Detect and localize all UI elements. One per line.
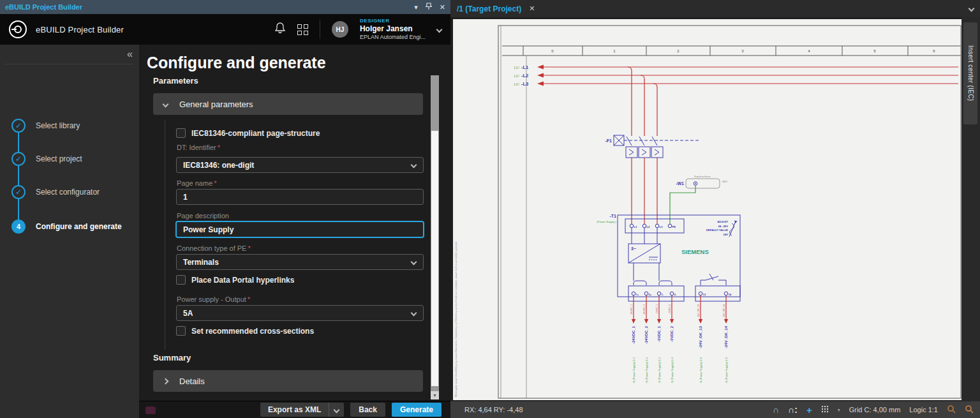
svg-text:14: 14 — [729, 293, 732, 296]
svg-text:-0VDC_1: -0VDC_1 — [657, 325, 661, 341]
avatar[interactable]: HJ — [332, 21, 348, 38]
cross-sections-checkbox-row[interactable]: Set recommended cross-sections — [176, 326, 314, 336]
power-supply-t1[interactable]: -T1 (Power Supply ) L1 L2 L3 PE 3~ — [597, 214, 740, 301]
window-menu-icon[interactable]: ▾ — [414, 4, 418, 11]
phase-bus-l2: 1.0 / -L2 — [514, 73, 958, 78]
pe-type-label: Connection type of PE* — [177, 244, 251, 252]
sidebar-item-select-configurator[interactable]: ✓ Select configurator — [11, 185, 100, 199]
stepper-sidebar: « ✓ Select library ✓ Select project ✓ Se… — [0, 45, 139, 418]
sidebar-item-select-project[interactable]: ✓ Select project — [11, 152, 82, 166]
input-value: 1 — [183, 193, 188, 202]
export-xml-button[interactable]: Export as XML — [260, 403, 344, 417]
details-section[interactable]: Details — [153, 370, 423, 392]
insert-center-strip: Insert center (IEC) — [961, 17, 980, 401]
back-button[interactable]: Back — [350, 403, 385, 417]
data-portal-checkbox[interactable] — [176, 275, 186, 285]
input-value: Power Supply — [183, 225, 234, 234]
sidebar-item-configure-generate[interactable]: 4 Configure and generate — [11, 220, 122, 234]
pin-icon[interactable] — [426, 3, 432, 11]
chevron-down-icon — [163, 101, 169, 107]
cross-sections-checkbox[interactable] — [176, 326, 186, 336]
crosshair-icon[interactable]: + — [806, 405, 812, 415]
iec-checkbox[interactable] — [176, 128, 186, 138]
svg-text:1.0 /: 1.0 / — [514, 75, 520, 78]
tab-list-chevron-icon[interactable] — [969, 6, 975, 12]
form-scrollbar-thumb[interactable] — [431, 131, 438, 386]
grid-options-chevron-icon[interactable]: ▾ — [838, 407, 840, 413]
scroll-down-arrow[interactable]: ▼ — [431, 391, 439, 399]
apps-grid-icon[interactable] — [297, 24, 308, 35]
frame-disclaimer: Weitergabe sowie Vervielfältigung dieses… — [455, 241, 457, 397]
svg-text:L3: L3 — [660, 225, 664, 228]
footer-badge — [145, 407, 156, 414]
export-options-chevron[interactable] — [329, 403, 344, 417]
svg-text:1.0 /: 1.0 / — [514, 83, 520, 86]
svg-text:PE: PE — [672, 225, 676, 228]
bell-icon[interactable] — [274, 22, 286, 37]
general-parameters-section[interactable]: General parameters — [153, 93, 423, 115]
ebuild-app-window: eBUILD Project Builder ▾ ✕ eBUILD Projec… — [0, 0, 450, 418]
schematic-viewer-panel: /1 (Target Project) ✕ 0 1 — [450, 0, 980, 418]
phase-bus-l1: 1.0 / -L1 — [514, 64, 958, 70]
pe-type-select[interactable]: Terminals — [176, 254, 424, 270]
svg-text:13: 13 — [703, 293, 706, 296]
logic-scale-indicator[interactable]: Logic 1:1 — [909, 406, 938, 414]
schematic-drawing: 0 1 2 3 4 5 6 Weitergabe sowie Vervielfä… — [453, 19, 961, 400]
grid-size-indicator[interactable]: Grid C: 4,00 mm — [849, 406, 901, 414]
cable-w1[interactable]: -W1 Kupferschiene -NET — [670, 175, 728, 225]
step-check-icon: ✓ — [11, 185, 26, 199]
power-output-select[interactable]: 5A — [176, 305, 424, 321]
object-snap-icon[interactable]: ∩: — [788, 405, 798, 414]
svg-text:-0VDC_1: -0VDC_1 — [656, 304, 658, 314]
svg-text:-24V_OK_14: -24V_OK_14 — [723, 304, 725, 318]
page-name-input[interactable]: 1 — [176, 189, 424, 205]
svg-text:4: 4 — [808, 49, 810, 53]
svg-text:/1 (Power Supply) 1.4: /1 (Power Supply) 1.4 — [671, 357, 674, 383]
section-title: Details — [179, 377, 205, 386]
step-label: Select library — [36, 121, 80, 130]
collapse-sidebar-button[interactable]: « — [127, 49, 133, 60]
zoom-area-icon[interactable] — [965, 405, 974, 415]
grid-toggle-icon[interactable] — [821, 405, 829, 414]
svg-text:-24V_OK_13: -24V_OK_13 — [699, 325, 702, 348]
step-check-icon: ✓ — [11, 119, 26, 133]
snap-icon[interactable]: ∩ — [773, 405, 779, 414]
page-description-input[interactable]: Power Supply — [176, 221, 424, 237]
action-footer: Export as XML Back Generate — [139, 401, 450, 418]
svg-text:-L3: -L3 — [521, 81, 528, 87]
iec-checkbox-row[interactable]: IEC81346-compliant page-structure — [176, 128, 320, 138]
step-check-icon: ✓ — [11, 152, 26, 166]
brand-label: SIEMENS — [681, 248, 709, 255]
close-icon[interactable]: ✕ — [440, 4, 445, 11]
svg-text:-24V_OK_14: -24V_OK_14 — [724, 325, 728, 348]
svg-text:-L2: -L2 — [521, 73, 528, 78]
sidebar-divider — [5, 64, 134, 64]
page-title: Configure and generate — [147, 54, 326, 72]
user-name: Holger Jansen — [360, 24, 426, 34]
required-marker: * — [248, 295, 250, 303]
app-header: eBUILD Project Builder HJ DESIGNER Holge… — [0, 14, 450, 45]
tab-target-project[interactable]: /1 (Target Project) ✕ — [450, 0, 541, 17]
dt-identifier-select[interactable]: IEC81346: one-digit — [176, 157, 424, 173]
circuit-breaker-f1[interactable]: -F1 — [605, 135, 699, 224]
user-menu-chevron-icon[interactable] — [436, 26, 443, 33]
step-label: Configure and generate — [36, 222, 122, 231]
generate-button[interactable]: Generate — [392, 403, 442, 417]
svg-text:/1 (Power Supply) 1.5: /1 (Power Supply) 1.5 — [699, 357, 702, 383]
insert-center-tab[interactable]: Insert center (IEC) — [963, 22, 977, 124]
data-portal-checkbox-row[interactable]: Place Data Portal hyperlinks — [176, 275, 294, 285]
schematic-canvas[interactable]: 0 1 2 3 4 5 6 Weitergabe sowie Vervielfä… — [453, 19, 961, 400]
svg-text:ADJUST: ADJUST — [717, 220, 728, 223]
sidebar-item-select-library[interactable]: ✓ Select library — [11, 119, 80, 133]
svg-text:1+: 1+ — [636, 293, 639, 296]
tab-close-icon[interactable]: ✕ — [529, 4, 535, 13]
svg-text:2: 2 — [677, 49, 679, 53]
header-divider — [320, 20, 320, 39]
svg-text:-24VDC_2: -24VDC_2 — [643, 304, 646, 315]
viewer-tabbar: /1 (Target Project) ✕ — [450, 0, 980, 17]
chevron-down-icon — [411, 162, 417, 168]
required-marker: * — [218, 144, 220, 151]
svg-text:-T1: -T1 — [610, 214, 617, 218]
zoom-lens-icon[interactable] — [947, 405, 956, 415]
svg-text:-NET: -NET — [722, 180, 728, 183]
